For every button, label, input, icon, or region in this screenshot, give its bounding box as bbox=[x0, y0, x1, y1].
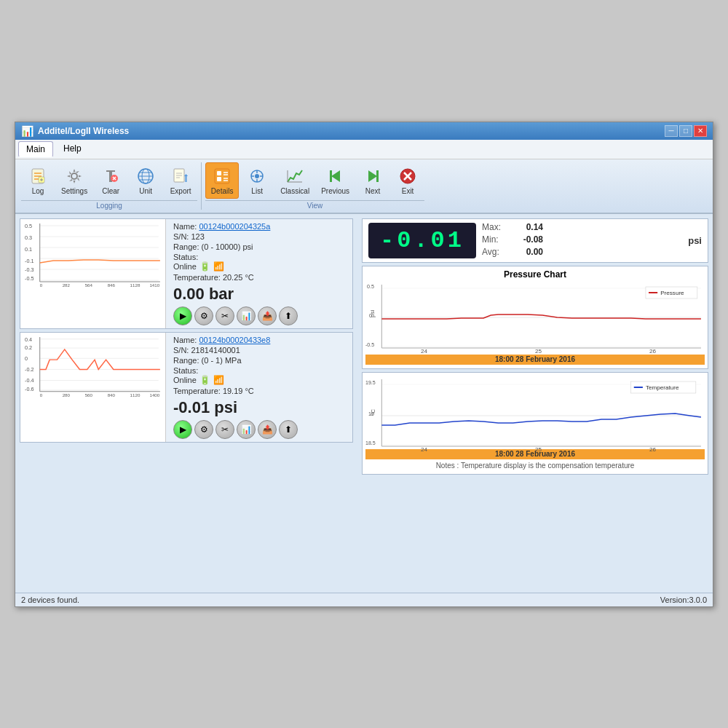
svg-text:-0.1: -0.1 bbox=[25, 258, 33, 264]
settings-label: Settings bbox=[61, 187, 87, 195]
close-button[interactable]: ✕ bbox=[694, 125, 707, 137]
device2-name-label: Name: bbox=[173, 336, 197, 344]
svg-text:24: 24 bbox=[421, 348, 428, 355]
svg-text:564: 564 bbox=[85, 282, 93, 288]
device2-export-btn[interactable]: 📤 bbox=[258, 420, 277, 439]
device1-start-btn[interactable]: ▶ bbox=[173, 306, 192, 325]
svg-text:-0.4: -0.4 bbox=[25, 378, 34, 383]
export-button[interactable]: Export bbox=[164, 162, 197, 199]
device-card-1: 0.5 0.3 0.1 -0.1 -0.3 -0.5 bbox=[20, 218, 353, 329]
unit-label: Unit bbox=[139, 187, 152, 195]
device1-battery-icon: 🔋 bbox=[199, 261, 210, 272]
device1-range-label: Range: bbox=[173, 242, 199, 251]
device2-config-btn[interactable]: ⚙ bbox=[194, 420, 213, 439]
device1-upload-btn[interactable]: ⬆ bbox=[279, 306, 298, 325]
device2-tools-btn[interactable]: ✂ bbox=[215, 420, 234, 439]
svg-text:0: 0 bbox=[40, 393, 43, 397]
settings-button[interactable]: Settings bbox=[56, 162, 92, 199]
stats-table: Max: 0.14 Min: -0.08 Avg: 0.00 bbox=[482, 222, 682, 259]
svg-marker-37 bbox=[331, 170, 340, 182]
svg-text:-0.5: -0.5 bbox=[25, 276, 33, 282]
svg-text:1120: 1120 bbox=[130, 393, 141, 397]
classical-button[interactable]: Classical bbox=[275, 162, 314, 199]
minimize-button[interactable]: ─ bbox=[665, 125, 678, 137]
clear-label: Clear bbox=[102, 187, 119, 195]
svg-text:0: 0 bbox=[25, 356, 28, 361]
device1-sn-label: S/N: bbox=[173, 232, 189, 241]
details-label: Details bbox=[211, 187, 234, 195]
device1-action-icons: ▶ ⚙ ✂ 📊 📤 ⬆ bbox=[173, 306, 348, 325]
device2-chart-btn[interactable]: 📊 bbox=[237, 420, 256, 439]
device1-config-btn[interactable]: ⚙ bbox=[194, 306, 213, 325]
classical-icon bbox=[285, 166, 305, 186]
svg-text:0.4: 0.4 bbox=[25, 336, 32, 341]
log-button[interactable]: Log bbox=[21, 162, 55, 199]
svg-text:0.3: 0.3 bbox=[25, 235, 32, 241]
device1-info: Name: 00124b000204325a S/N: 123 Range: (… bbox=[169, 219, 352, 328]
menu-bar: Main Help bbox=[15, 140, 713, 159]
svg-text:psi: psi bbox=[369, 309, 376, 317]
device1-name-value[interactable]: 00124b000204325a bbox=[199, 222, 270, 231]
pressure-chart: 0.5 0 -0.5 psi 24 25 bbox=[365, 281, 705, 354]
svg-text:560: 560 bbox=[85, 393, 93, 397]
svg-marker-20 bbox=[184, 174, 188, 176]
unit-button[interactable]: Unit bbox=[129, 162, 162, 199]
chart-notes: Notes : Temperature display is the compe… bbox=[365, 460, 705, 471]
svg-text:25: 25 bbox=[535, 348, 542, 355]
device1-temp-value: 20.25 °C bbox=[223, 273, 254, 282]
device1-chart-btn[interactable]: 📊 bbox=[237, 306, 256, 325]
temperature-chart-container: 19.5 19 18.5 °C 24 25 bbox=[362, 372, 708, 475]
device1-range-value: (0 - 10000) psi bbox=[202, 242, 253, 251]
svg-text:Pressure: Pressure bbox=[660, 290, 684, 296]
clear-button[interactable]: Clear bbox=[94, 162, 127, 199]
next-label: Next bbox=[365, 187, 381, 195]
menu-item-help[interactable]: Help bbox=[56, 141, 89, 157]
device1-export-btn[interactable]: 📤 bbox=[258, 306, 277, 325]
right-panel: -0.01 Max: 0.14 Min: -0.08 Avg: 0.00 bbox=[357, 214, 713, 593]
svg-text:0: 0 bbox=[40, 282, 43, 288]
next-icon bbox=[363, 166, 383, 186]
exit-icon bbox=[397, 166, 418, 186]
svg-rect-22 bbox=[215, 169, 229, 183]
device2-range-label: Range: bbox=[173, 356, 199, 365]
device1-tools-btn[interactable]: ✂ bbox=[215, 306, 234, 325]
main-window: 📊 Additel/LogII Wireless ─ □ ✕ Main Help bbox=[15, 122, 713, 607]
max-value: 0.14 bbox=[507, 222, 543, 232]
device2-name-value[interactable]: 00124b00020433e8 bbox=[199, 336, 270, 344]
temperature-chart: 19.5 19 18.5 °C 24 25 bbox=[365, 376, 705, 448]
svg-text:Temperature: Temperature bbox=[646, 384, 679, 391]
svg-rect-23 bbox=[217, 171, 221, 175]
device2-battery-icon: 🔋 bbox=[199, 375, 210, 385]
exit-label: Exit bbox=[402, 187, 414, 195]
device1-status-label: Status: bbox=[173, 253, 198, 261]
device1-big-value: 0.00 bar bbox=[173, 285, 348, 304]
menu-item-main[interactable]: Main bbox=[18, 141, 53, 157]
device2-status-value: Online bbox=[173, 376, 197, 384]
avg-label: Avg: bbox=[482, 247, 504, 257]
device2-sn-value: 21814140001 bbox=[191, 346, 240, 355]
left-panel: 0.5 0.3 0.1 -0.1 -0.3 -0.5 bbox=[15, 214, 357, 593]
svg-text:26: 26 bbox=[649, 446, 657, 453]
svg-text:18.5: 18.5 bbox=[365, 440, 376, 446]
device1-temp-label: Temperature: bbox=[173, 273, 221, 282]
details-button[interactable]: Details bbox=[205, 162, 239, 199]
max-label: Max: bbox=[482, 222, 504, 232]
list-label: List bbox=[251, 187, 263, 195]
list-button[interactable]: List bbox=[240, 162, 274, 199]
toolbar-group-view: Details List bbox=[205, 162, 424, 210]
next-button[interactable]: Next bbox=[356, 162, 389, 199]
svg-text:1128: 1128 bbox=[130, 282, 141, 288]
device2-upload-btn[interactable]: ⬆ bbox=[279, 420, 298, 439]
svg-text:-0.3: -0.3 bbox=[25, 267, 33, 273]
device2-temp-value: 19.19 °C bbox=[223, 387, 254, 395]
previous-icon bbox=[325, 166, 346, 186]
maximize-button[interactable]: □ bbox=[679, 125, 692, 137]
digital-display: -0.01 bbox=[368, 223, 476, 258]
exit-button[interactable]: Exit bbox=[391, 162, 424, 199]
svg-text:0.5: 0.5 bbox=[367, 284, 374, 289]
svg-text:280: 280 bbox=[63, 393, 71, 397]
device2-mini-chart: 0.4 0.2 0 -0.2 -0.4 -0.6 bbox=[20, 333, 166, 442]
device2-start-btn[interactable]: ▶ bbox=[173, 420, 192, 439]
status-right: Version:3.0.0 bbox=[660, 596, 707, 604]
previous-button[interactable]: Previous bbox=[316, 162, 355, 199]
